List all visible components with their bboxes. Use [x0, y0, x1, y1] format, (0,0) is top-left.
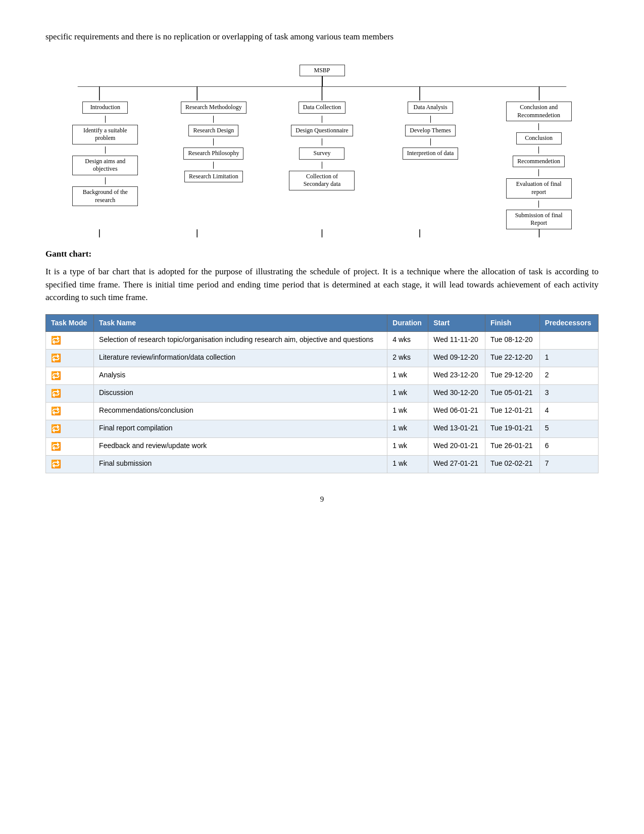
gantt-row-1: 🔁Selection of research topic/organisatio…	[46, 331, 599, 349]
cell-predecessors-3: 2	[539, 367, 598, 384]
org-col-methodology: Research Methodology Research Design Res…	[162, 102, 266, 182]
org-box-background: Background of the research	[72, 186, 138, 206]
org-box-dataanalysis: Data Analysis	[408, 102, 453, 114]
cell-mode-6: 🔁	[46, 420, 94, 437]
gantt-section: Gantt chart: It is a type of bar chart t…	[45, 248, 599, 473]
cell-taskname-7: Feedback and review/update work	[94, 437, 387, 455]
org-sub-dataanalysis: Develop Themes Interpretion of data	[378, 116, 483, 160]
cell-taskname-8: Final submission	[94, 455, 387, 473]
cell-duration-7: 1 wk	[387, 437, 428, 455]
org-box-recommendetion: Recommendetion	[513, 156, 565, 168]
cell-start-4: Wed 30-12-20	[428, 384, 485, 402]
cell-taskname-2: Literature review/information/data colle…	[94, 349, 387, 367]
org-sub-conclusion: Conclusion Recommendetion Evaluation of …	[486, 123, 591, 229]
cell-mode-2: 🔁	[46, 349, 94, 367]
gantt-row-7: 🔁Feedback and review/update work1 wkWed …	[46, 437, 599, 455]
cell-duration-1: 4 wks	[387, 331, 428, 349]
cell-duration-3: 1 wk	[387, 367, 428, 384]
task-mode-icon-1: 🔁	[51, 336, 61, 345]
cell-predecessors-2: 1	[539, 349, 598, 367]
cell-start-3: Wed 23-12-20	[428, 367, 485, 384]
org-col-dataanalysis: Data Analysis Develop Themes Interpretio…	[378, 102, 483, 160]
th-finish: Finish	[485, 314, 540, 331]
cell-mode-8: 🔁	[46, 455, 94, 473]
task-mode-icon-5: 🔁	[51, 407, 61, 415]
org-box-research-limitation: Research Limitation	[184, 171, 243, 183]
cell-duration-8: 1 wk	[387, 455, 428, 473]
th-predecessors: Predecessors	[539, 314, 598, 331]
gantt-row-6: 🔁Final report compilation1 wkWed 13-01-2…	[46, 420, 599, 437]
cell-duration-2: 2 wks	[387, 349, 428, 367]
gantt-table: Task Mode Task Name Duration Start Finis…	[45, 314, 599, 473]
cell-start-5: Wed 06-01-21	[428, 402, 485, 420]
cell-finish-4: Tue 05-01-21	[485, 384, 540, 402]
org-root-row: MSBP	[300, 65, 345, 77]
cell-start-7: Wed 20-01-21	[428, 437, 485, 455]
org-box-design-questionnaire: Design Questionnaire	[291, 125, 353, 137]
org-col-introduction: Introduction Identify a suitable problem…	[53, 102, 158, 206]
cell-predecessors-6: 5	[539, 420, 598, 437]
gantt-row-4: 🔁Discussion1 wkWed 30-12-20Tue 05-01-213	[46, 384, 599, 402]
task-mode-icon-8: 🔁	[51, 460, 61, 468]
th-start: Start	[428, 314, 485, 331]
org-box-research-design: Research Design	[188, 125, 238, 137]
cell-finish-6: Tue 19-01-21	[485, 420, 540, 437]
gantt-description: It is a type of bar chart that is adopte…	[45, 265, 599, 304]
cell-mode-3: 🔁	[46, 367, 94, 384]
cell-predecessors-1	[539, 331, 598, 349]
cell-start-1: Wed 11-11-20	[428, 331, 485, 349]
cell-mode-4: 🔁	[46, 384, 94, 402]
th-duration: Duration	[387, 314, 428, 331]
cell-mode-7: 🔁	[46, 437, 94, 455]
org-box-interpretion: Interpretion of data	[403, 148, 459, 160]
cell-taskname-6: Final report compilation	[94, 420, 387, 437]
org-hconnector-svg	[51, 86, 593, 102]
cell-taskname-1: Selection of research topic/organisation…	[94, 331, 387, 349]
cell-predecessors-5: 4	[539, 402, 598, 420]
cell-mode-5: 🔁	[46, 402, 94, 420]
task-mode-icon-6: 🔁	[51, 424, 61, 433]
org-sub-datacollection: Design Questionnaire Survey Collection o…	[270, 116, 374, 190]
org-sub-methodology: Research Design Research Philosophy Rese…	[162, 116, 266, 183]
cell-predecessors-4: 3	[539, 384, 598, 402]
org-box-conclusion-main: Conclusion and Recommnedetion	[506, 102, 572, 121]
org-col-datacollection: Data Collection Design Questionnaire Sur…	[270, 102, 374, 190]
cell-finish-1: Tue 08-12-20	[485, 331, 540, 349]
cell-finish-3: Tue 29-12-20	[485, 367, 540, 384]
gantt-title: Gantt chart:	[45, 248, 599, 261]
gantt-row-3: 🔁Analysis1 wkWed 23-12-20Tue 29-12-202	[46, 367, 599, 384]
org-box-conclusion: Conclusion	[516, 132, 562, 144]
cell-predecessors-7: 6	[539, 437, 598, 455]
org-col-conclusion: Conclusion and Recommnedetion Conclusion…	[486, 102, 591, 229]
cell-start-6: Wed 13-01-21	[428, 420, 485, 437]
cell-predecessors-8: 7	[539, 455, 598, 473]
org-box-survey: Survey	[299, 148, 344, 160]
root-vconnector	[322, 76, 323, 86]
cell-mode-1: 🔁	[46, 331, 94, 349]
task-mode-icon-3: 🔁	[51, 371, 61, 380]
cell-taskname-5: Recommendations/conclusion	[94, 402, 387, 420]
cell-duration-6: 1 wk	[387, 420, 428, 437]
org-box-collection-secondary: Collection of Secondary data	[289, 171, 355, 190]
cell-finish-7: Tue 26-01-21	[485, 437, 540, 455]
org-box-submission: Submission of final Report	[506, 210, 572, 229]
cell-finish-2: Tue 22-12-20	[485, 349, 540, 367]
cell-taskname-4: Discussion	[94, 384, 387, 402]
org-box-methodology: Research Methodology	[181, 102, 246, 114]
page-number: 9	[45, 494, 599, 505]
org-tree: MSBP Introduction Identify a suitable pr…	[51, 65, 593, 237]
org-sub-introduction: Identify a suitable problem Design aims …	[53, 116, 158, 207]
cell-finish-5: Tue 12-01-21	[485, 402, 540, 420]
gantt-row-8: 🔁Final submission1 wkWed 27-01-21Tue 02-…	[46, 455, 599, 473]
th-task-name: Task Name	[94, 314, 387, 331]
intro-paragraph: specific requirements and there is no re…	[45, 30, 599, 43]
org-box-design-aims: Design aims and objectives	[72, 156, 138, 175]
org-box-introduction: Introduction	[82, 102, 128, 114]
gantt-row-5: 🔁Recommendations/conclusion1 wkWed 06-01…	[46, 402, 599, 420]
org-box-develop-themes: Develop Themes	[405, 125, 455, 137]
task-mode-icon-4: 🔁	[51, 389, 61, 398]
org-box-eval-final: Evaluation of final report	[506, 178, 572, 198]
gantt-row-2: 🔁Literature review/information/data coll…	[46, 349, 599, 367]
task-mode-icon-7: 🔁	[51, 442, 61, 451]
org-level1-row: Introduction Identify a suitable problem…	[51, 102, 593, 229]
